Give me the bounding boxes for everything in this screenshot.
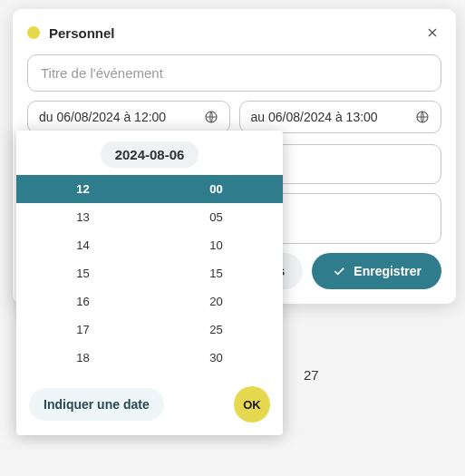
event-title-input[interactable] <box>27 54 441 92</box>
hour-option[interactable]: 15 <box>16 259 150 287</box>
ok-label: OK <box>243 398 261 412</box>
modal-header: Personnel <box>27 24 441 42</box>
hour-option[interactable]: 18 <box>16 344 150 372</box>
picker-date-label: 2024-08-06 <box>115 147 185 162</box>
picker-date-pill[interactable]: 2024-08-06 <box>101 141 199 168</box>
minute-option[interactable]: 25 <box>150 316 283 344</box>
calendar-color-dot <box>27 26 40 39</box>
hour-option[interactable]: 16 <box>16 287 150 316</box>
check-icon <box>332 264 346 278</box>
minute-option[interactable]: 00 <box>150 175 283 203</box>
calendar-day-number: 27 <box>304 367 319 383</box>
minute-option[interactable]: 15 <box>150 259 283 287</box>
hour-option[interactable]: 12 <box>16 175 150 203</box>
time-picker: 2024-08-06 12131415161718 00051015202530… <box>16 131 283 435</box>
globe-icon <box>204 110 218 124</box>
minute-option[interactable]: 30 <box>150 344 283 372</box>
hour-option[interactable]: 13 <box>16 203 150 231</box>
start-datetime-field[interactable]: du 06/08/2024 à 12:00 <box>27 101 230 133</box>
end-datetime-field[interactable]: au 06/08/2024 à 13:00 <box>239 101 442 133</box>
modal-title: Personnel <box>49 25 414 41</box>
close-button[interactable] <box>423 24 441 42</box>
time-columns: 12131415161718 00051015202530 <box>16 175 283 372</box>
save-button[interactable]: Enregistrer <box>312 253 441 289</box>
close-icon <box>425 25 440 40</box>
save-label: Enregistrer <box>354 264 421 278</box>
ok-button[interactable]: OK <box>234 386 270 423</box>
minute-option[interactable]: 10 <box>150 231 283 259</box>
hour-option[interactable]: 17 <box>16 316 150 344</box>
minutes-column[interactable]: 00051015202530 <box>150 175 283 372</box>
globe-icon <box>415 110 430 124</box>
hours-column[interactable]: 12131415161718 <box>16 175 150 372</box>
hour-option[interactable]: 14 <box>16 231 150 259</box>
date-range-row: du 06/08/2024 à 12:00 au 06/08/2024 à 13… <box>27 101 441 133</box>
indicate-date-button[interactable]: Indiquer une date <box>29 388 164 421</box>
end-datetime-text: au 06/08/2024 à 13:00 <box>251 110 378 124</box>
picker-footer: Indiquer une date OK <box>16 372 283 423</box>
indicate-date-label: Indiquer une date <box>44 397 150 412</box>
minute-option[interactable]: 20 <box>150 287 283 316</box>
minute-option[interactable]: 05 <box>150 203 283 231</box>
start-datetime-text: du 06/08/2024 à 12:00 <box>39 110 166 124</box>
